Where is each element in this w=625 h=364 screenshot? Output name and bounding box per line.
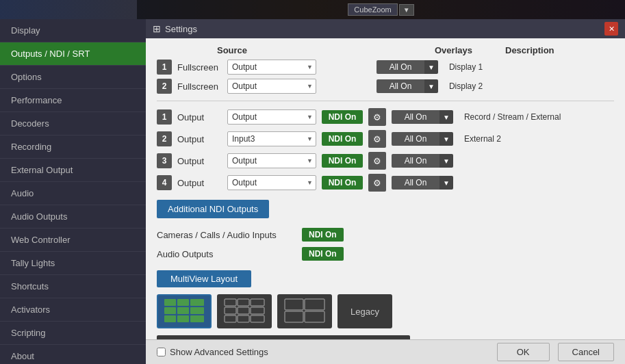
layout-btn-3[interactable]	[277, 294, 332, 328]
svg-rect-1	[177, 299, 189, 306]
output-overlay-4-btn[interactable]: All On	[392, 176, 439, 190]
output-source-2-select[interactable]: Input3	[227, 131, 316, 146]
sidebar-item-options[interactable]: Options	[0, 66, 146, 89]
svg-rect-2	[190, 299, 204, 306]
ndi-btn-3[interactable]: NDI On	[322, 154, 363, 168]
sidebar-item-shortcuts[interactable]: Shortcuts	[0, 275, 146, 298]
gear-btn-3[interactable]: ⚙	[368, 152, 386, 170]
output-overlay-3-btn[interactable]: All On	[392, 154, 439, 168]
nav-dropdown-arrow[interactable]: ▼	[399, 4, 414, 16]
ndi-btn-4[interactable]: NDI On	[322, 176, 363, 190]
cameras-label: Cameras / Calls / Audio Inputs	[157, 230, 294, 240]
sidebar-item-scripting[interactable]: Scripting	[0, 322, 146, 345]
sidebar-item-display[interactable]: Display	[0, 19, 146, 42]
gear-btn-4[interactable]: ⚙	[368, 174, 386, 192]
sidebar-item-performance[interactable]: Performance	[0, 89, 146, 112]
sidebar-item-activators[interactable]: Activators	[0, 298, 146, 322]
sidebar-item-tally-lights[interactable]: Tally Lights	[0, 252, 146, 275]
output-source-3-wrapper: Output ▼	[227, 153, 316, 168]
output-overlay-3-arrow[interactable]: ▼	[439, 154, 453, 168]
ndi-btn-2[interactable]: NDI On	[322, 132, 363, 146]
fullscreen-overlay-1-group: All On ▼	[377, 60, 438, 74]
additional-ndi-button[interactable]: Additional NDI Outputs	[157, 200, 269, 218]
ndi-btn-1[interactable]: NDI On	[322, 110, 363, 124]
output-label-2: Output	[177, 134, 222, 144]
show-advanced-checkbox[interactable]	[157, 348, 166, 356]
svg-rect-5	[190, 307, 204, 314]
output-overlay-4-arrow[interactable]: ▼	[439, 176, 453, 190]
sidebar-item-external-output[interactable]: External Output	[0, 159, 146, 182]
column-headers: Source Overlays Description	[157, 45, 614, 55]
output-num-3: 3	[157, 153, 172, 168]
cubezoom-nav: CubeZoom ▼	[348, 3, 413, 16]
sidebar-item-about[interactable]: About	[0, 345, 146, 364]
layout-icon-2	[224, 298, 265, 323]
sidebar-item-audio-outputs[interactable]: Audio Outputs	[0, 205, 146, 229]
svg-rect-8	[190, 315, 204, 322]
layout-btn-2[interactable]	[217, 294, 272, 328]
output-overlay-2-arrow[interactable]: ▼	[439, 132, 453, 146]
output-label-1: Output	[177, 112, 222, 122]
fullscreen-source-2-wrapper: Output ▼	[227, 79, 316, 94]
fullscreen-source-1-wrapper: Output ▼	[227, 60, 316, 75]
output-overlay-2-group: All On ▼	[392, 132, 453, 146]
cubezoom-button[interactable]: CubeZoom	[348, 3, 397, 16]
row-num-2: 2	[157, 79, 172, 94]
cancel-button[interactable]: Cancel	[558, 343, 614, 361]
output-overlay-1-arrow[interactable]: ▼	[439, 110, 453, 124]
close-button[interactable]: ✕	[604, 22, 618, 36]
settings-title: Settings	[165, 24, 197, 34]
fullscreen-overlay-2-btn[interactable]: All On	[377, 79, 424, 93]
fullscreen-overlay-1-arrow[interactable]: ▼	[424, 60, 438, 74]
svg-rect-20	[285, 311, 303, 322]
svg-rect-3	[164, 307, 176, 314]
audio-outputs-row: Audio Outputs NDI On	[157, 247, 614, 261]
svg-rect-4	[177, 307, 189, 314]
output-row-4: 4 Output Output ▼ NDI On ⚙ All On ▼	[157, 174, 614, 192]
sidebar: Display Outputs / NDI / SRT Options Perf…	[0, 19, 146, 364]
output-num-1: 1	[157, 109, 172, 125]
show-advanced-label: Show Advanced Settings	[170, 347, 268, 357]
overlays-header: Overlays	[435, 45, 500, 55]
output-source-1-select[interactable]: Output	[227, 109, 316, 125]
fullscreen-overlay-2-arrow[interactable]: ▼	[424, 79, 438, 93]
svg-rect-12	[225, 307, 236, 314]
fullscreen-row-2: 2 Fullscreen Output ▼ All On ▼ Display 2	[157, 79, 614, 94]
fullscreen-label-1: Fullscreen	[177, 62, 222, 73]
multiview-layout-button[interactable]: MultiView Layout	[157, 270, 251, 287]
cameras-ndi-btn[interactable]: NDI On	[302, 228, 344, 242]
svg-rect-11	[251, 299, 264, 306]
sidebar-item-recording[interactable]: Recording	[0, 135, 146, 159]
sidebar-item-outputs-ndi-srt[interactable]: Outputs / NDI / SRT	[0, 42, 146, 66]
output-num-2: 2	[157, 131, 172, 146]
svg-rect-7	[177, 315, 189, 322]
sidebar-item-decoders[interactable]: Decoders	[0, 112, 146, 135]
gear-btn-2[interactable]: ⚙	[368, 130, 386, 148]
output-overlay-1-group: All On ▼	[392, 110, 453, 124]
fullscreen-overlay-1-btn[interactable]: All On	[377, 60, 424, 74]
sidebar-item-audio[interactable]: Audio	[0, 182, 146, 205]
output-label-3: Output	[177, 156, 222, 166]
fullscreen-source-2-select[interactable]: Output	[227, 79, 316, 94]
layout-btn-1[interactable]	[157, 294, 212, 328]
source-header: Source	[217, 45, 306, 55]
gear-btn-1[interactable]: ⚙	[368, 108, 386, 126]
output-overlay-2-btn[interactable]: All On	[392, 132, 439, 146]
output-overlay-3-group: All On ▼	[392, 154, 453, 168]
show-advanced-section: Show Advanced Settings	[157, 347, 489, 357]
output-desc-1: Record / Stream / External	[464, 112, 561, 122]
sidebar-item-web-controller[interactable]: Web Controller	[0, 229, 146, 252]
fullscreen-desc-1: Display 1	[449, 62, 483, 72]
fullscreen-desc-2: Display 2	[449, 81, 483, 91]
top-nav-bar: CubeZoom ▼	[137, 0, 625, 19]
output-source-4-select[interactable]: Output	[227, 175, 316, 190]
output-overlay-1-btn[interactable]: All On	[392, 110, 439, 124]
svg-rect-0	[164, 299, 176, 306]
fullscreen-source-1-select[interactable]: Output	[227, 60, 316, 75]
fullscreen-row-1: 1 Fullscreen Output ▼ All On ▼ Display 1	[157, 60, 614, 75]
audio-outputs-ndi-btn[interactable]: NDI On	[302, 247, 344, 261]
legacy-button[interactable]: Legacy	[337, 294, 392, 328]
svg-rect-17	[251, 315, 264, 322]
ok-button[interactable]: OK	[497, 343, 550, 361]
output-source-3-select[interactable]: Output	[227, 153, 316, 168]
